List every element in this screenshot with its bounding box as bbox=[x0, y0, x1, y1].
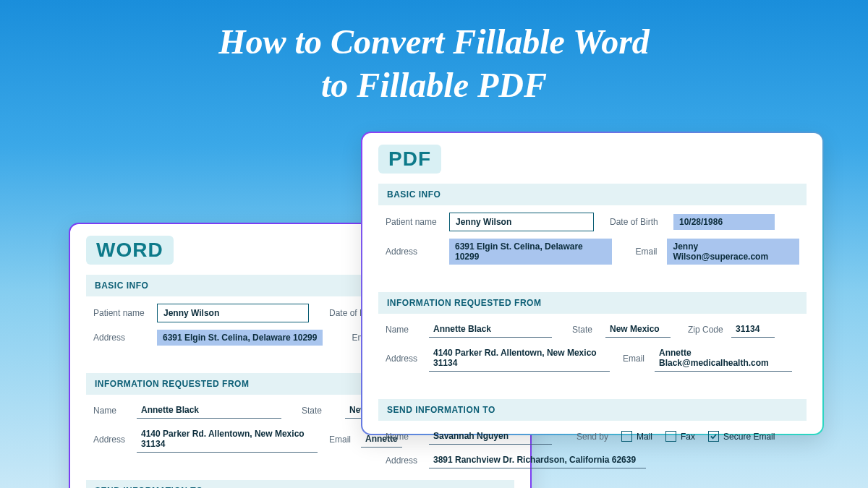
req-address-label: Address bbox=[93, 435, 129, 445]
req-state-label: State bbox=[302, 406, 338, 416]
req-address-input[interactable]: 4140 Parker Rd. Allentown, New Mexico 31… bbox=[137, 426, 318, 453]
patient-name-input[interactable]: Jenny Wilson bbox=[449, 213, 594, 231]
email-label: Email bbox=[635, 247, 660, 257]
address-input[interactable]: 6391 Elgin St. Celina, Delaware 10299 bbox=[157, 330, 323, 346]
patient-name-input[interactable]: Jenny Wilson bbox=[157, 304, 309, 322]
send-address-input[interactable]: 3891 Ranchview Dr. Richardson, Californi… bbox=[429, 452, 646, 468]
send-name-input[interactable]: Savannah Nguyen bbox=[429, 428, 552, 445]
patient-name-label: Patient name bbox=[386, 217, 442, 227]
email-input[interactable]: Jenny Wilson@superace.com bbox=[667, 239, 799, 265]
secure-email-checkbox[interactable] bbox=[708, 431, 719, 442]
req-address-label: Address bbox=[386, 354, 422, 364]
dob-input[interactable]: 10/28/1986 bbox=[673, 214, 775, 230]
req-state-label: State bbox=[572, 325, 598, 335]
address-label: Address bbox=[93, 333, 150, 343]
req-zip-input[interactable]: 31134 bbox=[731, 321, 775, 338]
req-name-label: Name bbox=[93, 406, 129, 416]
pdf-basic-header: BASIC INFO bbox=[378, 184, 807, 205]
mail-checkbox[interactable] bbox=[621, 431, 632, 442]
send-name-label: Name bbox=[386, 432, 422, 442]
pdf-send-section: SEND INFORMATION TO Name Savannah Nguyen… bbox=[378, 399, 807, 486]
req-name-input[interactable]: Annette Black bbox=[137, 402, 281, 419]
req-email-label: Email bbox=[329, 435, 354, 445]
pdf-basic-section: BASIC INFO Patient name Jenny Wilson Dat… bbox=[378, 184, 807, 282]
fax-label: Fax bbox=[681, 432, 695, 442]
req-state-input[interactable]: New Mexico bbox=[605, 321, 671, 338]
hero-title: How to Convert Fillable Word to Fillable… bbox=[0, 0, 868, 107]
address-input[interactable]: 6391 Elgin St. Celina, Delaware 10299 bbox=[449, 239, 612, 265]
req-email-label: Email bbox=[623, 354, 647, 364]
fax-checkbox[interactable] bbox=[665, 431, 676, 442]
pdf-card: PDF BASIC INFO Patient name Jenny Wilson… bbox=[361, 132, 824, 435]
req-name-input[interactable]: Annette Black bbox=[429, 321, 552, 338]
patient-name-label: Patient name bbox=[93, 308, 150, 318]
send-by-label: Send by bbox=[576, 432, 614, 442]
pdf-requested-section: INFORMATION REQUESTED FROM Name Annette … bbox=[378, 292, 807, 389]
hero-line1: How to Convert Fillable Word bbox=[218, 22, 650, 61]
pdf-chip: PDF bbox=[378, 145, 441, 174]
secure-email-label: Secure Email bbox=[723, 432, 775, 442]
pdf-send-header: SEND INFORMATION TO bbox=[378, 399, 807, 421]
req-zip-label: Zip Code bbox=[688, 325, 724, 335]
mail-label: Mail bbox=[637, 432, 652, 442]
pdf-requested-header: INFORMATION REQUESTED FROM bbox=[378, 292, 807, 314]
req-address-input[interactable]: 4140 Parker Rd. Allentown, New Mexico 31… bbox=[429, 345, 610, 372]
hero-line2: to Fillable PDF bbox=[321, 66, 547, 104]
req-email-input[interactable]: Annette Black@medicalhealth.com bbox=[655, 345, 792, 372]
req-name-label: Name bbox=[386, 325, 422, 335]
word-chip: WORD bbox=[86, 236, 174, 265]
send-address-label: Address bbox=[386, 455, 422, 466]
address-label: Address bbox=[386, 247, 442, 257]
dob-label: Date of Birth bbox=[610, 217, 666, 227]
